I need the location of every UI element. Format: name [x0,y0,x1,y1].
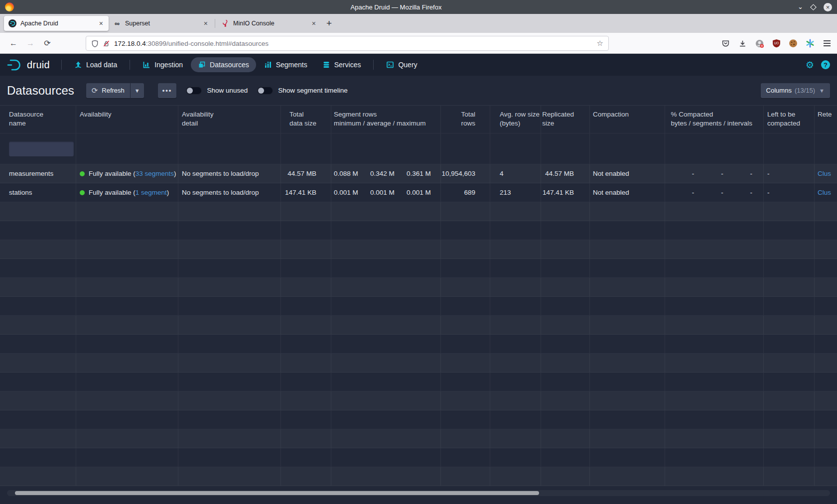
horizontal-scrollbar-track[interactable] [7,490,830,496]
cell-segment_rows [331,259,441,277]
segments-icon [264,61,272,69]
tab-close-icon[interactable]: × [98,19,104,27]
column-header-pct_compacted[interactable]: % Compactedbytes / segments / intervals [665,106,764,133]
cell-segment_rows [331,335,441,353]
column-header-total_rows[interactable]: Totalrows [441,106,490,133]
empty-table-row [0,391,837,410]
nav-divider [373,60,374,70]
horizontal-scrollbar-thumb[interactable] [15,491,539,495]
cell-name [0,259,76,277]
cell-segment_rows [331,373,441,391]
column-header-availability_detail[interactable]: Availabilitydetail [178,106,281,133]
druid-brand[interactable]: druid [6,58,50,71]
downloads-icon[interactable] [737,38,747,48]
filter-cell-total_data_size [281,133,331,164]
column-header-label: Availabilitydetail [182,110,214,127]
retention-link[interactable]: Clus [818,189,831,196]
help-icon[interactable]: ? [821,60,830,69]
cell-availability_detail [178,467,281,486]
column-header-name[interactable]: Datasourcename [0,106,76,133]
column-header-availability[interactable]: Availability [76,106,178,133]
nav-item-ingestion[interactable]: Ingestion [136,57,190,72]
account-extension-icon[interactable] [754,38,764,48]
cell-total_rows [441,297,490,315]
ublock-origin-icon[interactable]: UO [771,38,781,48]
column-header-retention[interactable]: Rete [815,106,837,133]
column-header-compaction[interactable]: Compaction [590,106,665,133]
nav-item-datasources[interactable]: Datasources [191,57,256,72]
show-segment-timeline-toggle[interactable] [257,87,273,95]
columns-selector-button[interactable]: Columns (13/15) ▼ [761,83,830,98]
menu-icon[interactable] [822,38,832,48]
cell-avg_row_size [490,391,541,410]
cell-replicated_size [541,297,590,315]
cell-availability [76,202,178,221]
new-tab-button[interactable]: + [326,18,332,29]
reload-icon[interactable]: ⟳ [40,36,55,51]
nav-item-segments[interactable]: Segments [257,57,314,72]
bookmark-star-icon[interactable]: ☆ [597,39,603,48]
minimize-icon[interactable]: ⌄ [798,4,803,9]
cell-availability_detail [178,202,281,221]
cell-availability_detail [178,391,281,410]
nav-item-services[interactable]: Services [315,57,368,72]
forward-icon[interactable]: → [23,36,38,51]
tab-superset[interactable]: ∞Superset× [109,16,213,31]
column-header-replicated_size[interactable]: Replicatedsize [541,106,590,133]
datasource-row-measurements[interactable]: measurementsFully available (33 segments… [0,164,837,183]
tab-minio-console[interactable]: MinIO Console× [217,16,321,31]
more-actions-button[interactable]: ••• [158,83,177,98]
column-header-label: Totalrows [461,110,475,127]
cell-replicated_size: 44.57 MB [541,164,590,183]
tab-apache-druid[interactable]: Apache Druid× [4,16,109,31]
cell-segment_rows [331,297,441,315]
column-header-left_to_be_compacted[interactable]: Left to becompacted [764,106,815,133]
cell-replicated_size: 147.41 KB [541,183,590,202]
cell-replicated_size [541,410,590,429]
column-header-total_data_size[interactable]: Totaldata size [281,106,331,133]
cell-name [0,448,76,467]
cell-availability: Fully available (33 segments) [76,164,178,183]
cookie-extension-icon[interactable] [788,38,798,48]
cell-replicated_size [541,354,590,372]
url-bar[interactable]: 172.18.0.4:30899/unified-console.html#da… [86,36,609,51]
segments-count-link[interactable]: 33 segments [136,170,174,177]
cell-retention [815,221,837,240]
back-icon[interactable]: ← [6,36,21,51]
cell-segment_rows [331,278,441,296]
refresh-dropdown-button[interactable]: ▼ [131,83,144,98]
sub-value: 0.361 M [407,170,440,177]
pocket-icon[interactable] [720,38,730,48]
cell-left_to_be_compacted [764,221,815,240]
tab-close-icon[interactable]: × [311,19,317,27]
datasource-row-stations[interactable]: stationsFully available (1 segment)No se… [0,183,837,202]
cell-left_to_be_compacted [764,202,815,221]
empty-table-row [0,221,837,240]
refresh-button[interactable]: ⟳ Refresh [86,83,130,98]
cell-availability_detail [178,221,281,240]
datasources-table: DatasourcenameAvailabilityAvailabilityde… [0,105,837,486]
sub-value: 0.088 M [334,170,370,177]
empty-table-row [0,354,837,373]
segments-count-link[interactable]: 1 segment [136,189,167,196]
tab-title: Apache Druid [20,20,94,27]
maximize-icon[interactable] [810,4,817,10]
nav-item-query[interactable]: Query [379,57,424,72]
settings-gear-icon[interactable]: ⚙ [806,59,814,70]
retention-link[interactable]: Clus [818,170,831,177]
tracking-shield-icon[interactable] [91,40,99,47]
nav-item-load-data[interactable]: Load data [67,57,124,72]
filter-cell-availability [76,133,178,164]
cell-retention [815,354,837,372]
close-icon[interactable]: × [824,3,832,11]
column-header-segment_rows[interactable]: Segment rowsminimum / average / maximum [331,106,441,133]
asterisk-extension-icon[interactable] [805,38,815,48]
nav-item-label: Services [334,61,361,69]
column-header-avg_row_size[interactable]: Avg. row size(bytes) [490,106,541,133]
datasource-name-filter-input[interactable] [9,141,74,156]
filter-cell-compaction [590,133,665,164]
insecure-lock-icon[interactable] [103,40,110,47]
show-unused-toggle[interactable] [186,87,202,95]
nav-divider [130,60,130,70]
tab-close-icon[interactable]: × [203,19,209,27]
